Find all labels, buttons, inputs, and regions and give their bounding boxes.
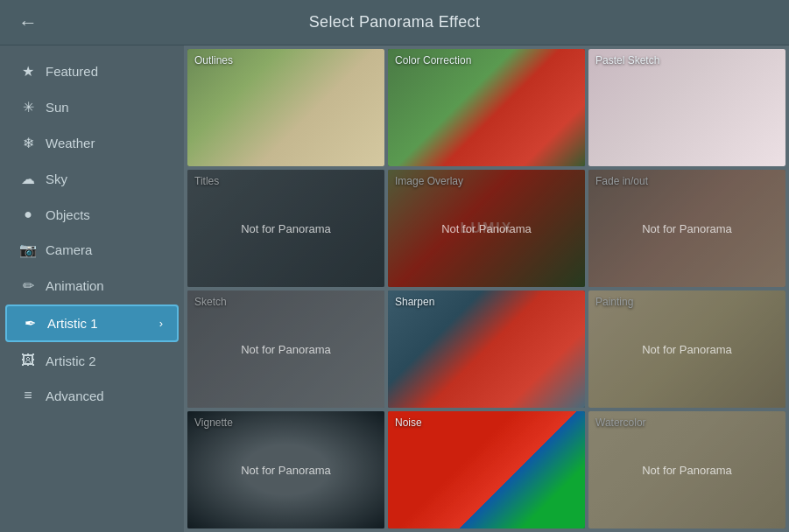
- sidebar-label-objects: Objects: [46, 207, 90, 222]
- effect-label-outlines: Outlines: [194, 54, 233, 66]
- back-button[interactable]: ←: [14, 11, 42, 34]
- effect-tile-outlines[interactable]: Outlines: [187, 49, 384, 166]
- sidebar-label-featured: Featured: [46, 64, 98, 79]
- sidebar-item-camera[interactable]: 📷 Camera: [5, 233, 179, 267]
- sidebar-label-advanced: Advanced: [46, 388, 104, 403]
- effect-label-noise: Noise: [395, 416, 422, 429]
- sky-icon: ☁: [19, 171, 37, 187]
- sidebar-label-animation: Animation: [46, 278, 104, 293]
- app-header: ← Select Panorama Effect: [0, 0, 789, 46]
- sun-icon: ✳: [19, 99, 37, 116]
- sidebar-item-featured[interactable]: ★ Featured: [5, 54, 179, 88]
- sidebar: ★ Featured ✳ Sun ❄ Weather ☁ Sky ● Objec…: [0, 46, 184, 532]
- sidebar-item-objects[interactable]: ● Objects: [5, 198, 179, 231]
- sidebar-item-weather[interactable]: ❄ Weather: [5, 126, 179, 160]
- sidebar-item-animation[interactable]: ✏ Animation: [5, 269, 179, 303]
- effect-tile-titles[interactable]: Titles Not for Panorama: [187, 170, 384, 287]
- main-content: ★ Featured ✳ Sun ❄ Weather ☁ Sky ● Objec…: [0, 46, 789, 532]
- effect-label-pastel-sketch: Pastel Sketch: [595, 54, 659, 66]
- sidebar-label-weather: Weather: [46, 136, 95, 150]
- not-panorama-image-overlay: Not for Panorama: [388, 170, 585, 287]
- sidebar-label-sky: Sky: [46, 172, 67, 186]
- artistic2-icon: 🖼: [19, 353, 37, 368]
- effect-tile-sketch[interactable]: Sketch Not for Panorama: [187, 290, 384, 408]
- effects-grid: Outlines Color Correction Pastel Sketch …: [184, 46, 789, 532]
- not-panorama-painting: Not for Panorama: [588, 290, 785, 408]
- not-panorama-titles: Not for Panorama: [187, 170, 384, 287]
- chevron-right-icon: ›: [159, 317, 163, 330]
- sidebar-label-artistic1: Artistic 1: [47, 316, 98, 331]
- effect-label-color-correction: Color Correction: [395, 54, 471, 66]
- sidebar-label-artistic2: Artistic 2: [46, 354, 96, 368]
- effect-tile-image-overlay[interactable]: Image Overlay LUMIX Not for Panorama: [388, 170, 585, 287]
- not-panorama-fade: Not for Panorama: [588, 170, 785, 287]
- effect-tile-fade[interactable]: Fade in/out Not for Panorama: [588, 170, 785, 287]
- effect-tile-color-correction[interactable]: Color Correction: [388, 49, 585, 166]
- sidebar-label-sun: Sun: [46, 100, 69, 115]
- not-panorama-sketch: Not for Panorama: [187, 290, 384, 408]
- sidebar-item-sun[interactable]: ✳ Sun: [5, 90, 179, 124]
- effect-label-sharpen: Sharpen: [395, 296, 434, 308]
- effect-tile-sharpen[interactable]: Sharpen: [388, 290, 585, 408]
- sidebar-item-artistic2[interactable]: 🖼 Artistic 2: [5, 344, 179, 377]
- effect-tile-watercolor[interactable]: Watercolor Not for Panorama: [588, 411, 785, 528]
- effect-tile-vignette[interactable]: Vignette Not for Panorama: [187, 411, 384, 528]
- sidebar-label-camera: Camera: [46, 242, 92, 257]
- page-title: Select Panorama Effect: [42, 13, 747, 32]
- effect-tile-pastel-sketch[interactable]: Pastel Sketch: [588, 49, 785, 166]
- sidebar-item-sky[interactable]: ☁ Sky: [5, 162, 179, 196]
- effect-tile-noise[interactable]: Noise: [388, 411, 585, 528]
- not-panorama-watercolor: Not for Panorama: [588, 411, 785, 528]
- objects-icon: ●: [19, 206, 37, 222]
- sidebar-item-artistic1[interactable]: ✒ Artistic 1 ›: [5, 304, 179, 342]
- effect-tile-painting[interactable]: Painting Not for Panorama: [588, 290, 785, 408]
- weather-icon: ❄: [19, 135, 37, 151]
- advanced-icon: ≡: [19, 388, 37, 403]
- artistic1-icon: ✒: [21, 315, 39, 332]
- camera-icon: 📷: [19, 242, 37, 258]
- animation-icon: ✏: [19, 277, 37, 294]
- star-icon: ★: [19, 63, 37, 80]
- sidebar-item-advanced[interactable]: ≡ Advanced: [5, 379, 179, 412]
- not-panorama-vignette: Not for Panorama: [187, 411, 384, 528]
